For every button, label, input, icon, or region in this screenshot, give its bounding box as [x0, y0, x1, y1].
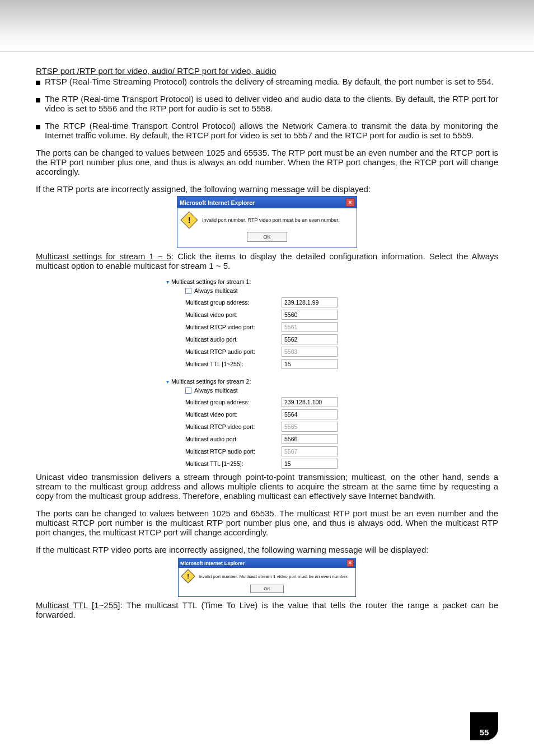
- paragraph-multicast-ports: The ports can be changed to values betwe…: [36, 508, 498, 537]
- input-ttl-2[interactable]: 15: [282, 459, 338, 469]
- dialog-title-text: Microsoft Internet Explorer: [180, 199, 255, 206]
- warning-icon: !: [181, 569, 195, 583]
- always-label-1: Always multicast: [194, 287, 238, 294]
- bullet-text: The RTP (Real-time Transport Protocol) i…: [45, 94, 498, 113]
- bullet-text: RTSP (Real-Time Streaming Protocol) cont…: [45, 77, 494, 86]
- bullet-text: The RTCP (Real-time Transport Control Pr…: [45, 121, 498, 140]
- page-header-gradient: [0, 0, 534, 52]
- label-ttl-2: Multicast TTL [1~255]:: [185, 460, 282, 467]
- input-rtcp-audio-1: 5563: [282, 347, 338, 357]
- paragraph-unicast: Unicast video transmission delivers a st…: [36, 472, 498, 501]
- input-group-1[interactable]: 239.128.1.99: [282, 297, 338, 307]
- bullet-2: The RTP (Real-time Transport Protocol) i…: [36, 94, 498, 113]
- paragraph-multicast-warning-row: If the multicast RTP video ports are inc…: [36, 545, 498, 558]
- label-audio-1: Multicast audio port:: [185, 336, 282, 343]
- label-rtcp-audio-1: Multicast RTCP audio port:: [185, 348, 282, 355]
- stream2-title: Multicast settings for stream 2:: [171, 378, 251, 385]
- input-audio-2[interactable]: 5566: [282, 434, 338, 444]
- heading-multicast: Multicast settings for stream 1 ~ 5: [36, 251, 171, 261]
- page-content: RTSP port /RTP port for video, audio/ RT…: [0, 52, 534, 619]
- label-audio-2: Multicast audio port:: [185, 436, 282, 442]
- input-rtcp-audio-2: 5567: [282, 446, 338, 456]
- stream1-header[interactable]: ▾Multicast settings for stream 1:: [166, 278, 368, 285]
- heading-ttl: Multicast TTL [1~255]: [36, 600, 120, 610]
- paragraph-ports-range: The ports can be changed to values betwe…: [36, 148, 498, 176]
- always-multicast-row-1[interactable]: Always multicast: [185, 287, 368, 294]
- dialog2-message: Invalid port number. Multicast stream 1 …: [199, 574, 348, 579]
- bullet-icon: [36, 125, 40, 129]
- ok-button[interactable]: OK: [247, 232, 287, 242]
- close-icon[interactable]: ×: [346, 559, 354, 567]
- label-ttl-1: Multicast TTL [1~255]:: [185, 361, 282, 367]
- paragraph-ttl: Multicast TTL [1~255]: The multicast TTL…: [36, 600, 498, 619]
- dialog-message: Invalid port number. RTP video port must…: [202, 217, 339, 223]
- input-rtcp-video-1: 5561: [282, 322, 338, 332]
- multicast-form: ▾Multicast settings for stream 1: Always…: [166, 278, 368, 469]
- dialog2-titlebar: Microsoft Internet Explorer ×: [179, 558, 355, 568]
- chevron-down-icon: ▾: [166, 379, 169, 385]
- dialog-rtp-warning: Microsoft Internet Explorer × ! Invalid …: [177, 196, 357, 248]
- warning-icon: !: [180, 211, 198, 228]
- input-audio-1[interactable]: 5562: [282, 334, 338, 344]
- bullet-icon: [36, 98, 40, 102]
- label-group-2: Multicast group address:: [185, 399, 282, 405]
- dialog-multicast-warning: Microsoft Internet Explorer × ! Invalid …: [178, 558, 356, 597]
- input-video-2[interactable]: 5564: [282, 409, 338, 419]
- bullet-3: The RTCP (Real-time Transport Control Pr…: [36, 121, 498, 140]
- stream1-title: Multicast settings for stream 1:: [171, 278, 251, 285]
- dialog2-title-text: Microsoft Internet Explorer: [180, 561, 245, 566]
- label-rtcp-audio-2: Multicast RTCP audio port:: [185, 448, 282, 455]
- stream2-header[interactable]: ▾Multicast settings for stream 2:: [166, 378, 368, 385]
- input-video-1[interactable]: 5560: [282, 310, 338, 320]
- paragraph-multicast-settings: Multicast settings for stream 1 ~ 5: Cli…: [36, 251, 498, 270]
- checkbox-always-2[interactable]: [185, 388, 191, 394]
- paragraph-warning-intro: If the RTP ports are incorrectly assigne…: [36, 184, 498, 194]
- label-rtcp-video-1: Multicast RTCP video port:: [185, 324, 282, 330]
- page-number: 55: [470, 712, 498, 740]
- label-video-2: Multicast video port:: [185, 411, 282, 418]
- checkbox-always-1[interactable]: [185, 288, 191, 294]
- bullet-1: RTSP (Real-Time Streaming Protocol) cont…: [36, 77, 498, 86]
- close-icon[interactable]: ×: [346, 198, 354, 207]
- chevron-down-icon: ▾: [166, 279, 169, 285]
- label-rtcp-video-2: Multicast RTCP video port:: [185, 423, 282, 430]
- label-video-1: Multicast video port:: [185, 311, 282, 318]
- input-group-2[interactable]: 239.128.1.100: [282, 397, 338, 407]
- always-label-2: Always multicast: [194, 387, 238, 394]
- label-group-1: Multicast group address:: [185, 299, 282, 306]
- paragraph-multicast-warning: If the multicast RTP video ports are inc…: [36, 545, 498, 554]
- always-multicast-row-2[interactable]: Always multicast: [185, 387, 368, 394]
- ok-button[interactable]: OK: [250, 585, 284, 593]
- heading-rtsp: RTSP port /RTP port for video, audio/ RT…: [36, 66, 498, 76]
- bullet-icon: [36, 81, 40, 85]
- dialog-titlebar: Microsoft Internet Explorer ×: [177, 197, 357, 208]
- input-rtcp-video-2: 5565: [282, 422, 338, 432]
- input-ttl-1[interactable]: 15: [282, 359, 338, 369]
